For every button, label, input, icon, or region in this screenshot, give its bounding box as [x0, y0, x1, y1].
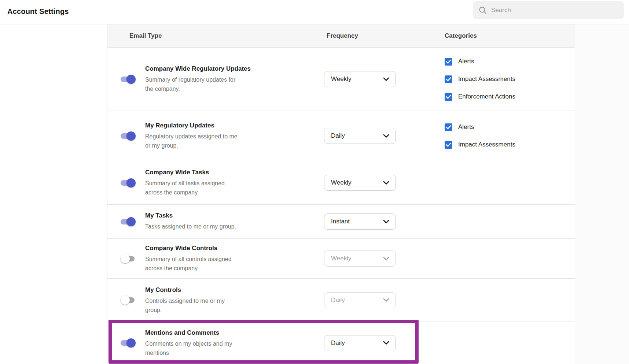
table-row: Company Wide Controls Summary of all con… [107, 239, 575, 279]
category-label: Alerts [458, 58, 474, 65]
frequency-dropdown[interactable]: Weekly [324, 71, 396, 87]
email-type-description: Summary of all controls assigned across … [145, 255, 241, 273]
category-item: Impact Assessments [445, 74, 515, 84]
email-type-cell: Company Wide Controls Summary of all con… [145, 245, 255, 273]
category-label: Enforcement Actions [458, 93, 515, 100]
table-row: Company Wide Tasks Summary of all tasks … [107, 161, 575, 205]
frequency-dropdown: Daily [324, 292, 396, 308]
email-settings-rows: Company Wide Regulatory Updates Summary … [107, 48, 575, 364]
toggle-thumb-icon [126, 75, 136, 84]
table-row: My Regulatory Updates Regulatory updates… [107, 111, 575, 161]
email-settings-table: Email Type Frequency Categories Company … [107, 24, 575, 364]
email-type-title: Mentions and Comments [145, 329, 255, 336]
toggle-thumb-icon [126, 217, 136, 226]
table-row: Mentions and Comments Comments on my obj… [107, 322, 575, 364]
category-checkbox-checked-icon[interactable] [445, 141, 452, 149]
category-item: Alerts [445, 56, 515, 67]
search-box[interactable] [473, 1, 624, 19]
toggle-thumb-icon [126, 338, 136, 348]
column-header-email-type: Email Type [129, 32, 162, 40]
email-toggle[interactable] [121, 178, 136, 187]
toggle-thumb-icon [126, 131, 136, 141]
email-type-cell: Mentions and Comments Comments on my obj… [145, 329, 255, 357]
email-type-description: Regulatory updates assigned to me or my … [145, 132, 241, 150]
chevron-down-icon [383, 220, 389, 224]
categories-list: Alerts Impact Assessments Enforcement Ac… [445, 56, 515, 102]
page-title: Account Settings [7, 7, 69, 15]
frequency-dropdown: Weekly [324, 250, 396, 267]
category-label: Alerts [458, 123, 474, 131]
frequency-dropdown[interactable]: Daily [324, 128, 396, 144]
category-checkbox-checked-icon[interactable] [445, 75, 452, 83]
category-item: Alerts [445, 122, 515, 132]
frequency-selected-value: Weekly [331, 75, 351, 83]
frequency-selected-value: Daily [331, 339, 345, 347]
email-type-description: Comments on my objects and my mentions [145, 339, 241, 357]
app-bar: Account Settings [0, 0, 629, 24]
email-type-description: Controls assigned to me or my group. [145, 296, 241, 314]
content-right-background [575, 24, 629, 364]
category-item: Enforcement Actions [445, 92, 515, 102]
email-type-cell: My Regulatory Updates Regulatory updates… [145, 122, 255, 150]
toggle-thumb-icon [121, 254, 130, 263]
column-header-frequency: Frequency [327, 32, 358, 40]
email-toggle[interactable] [121, 74, 136, 84]
chevron-down-icon [383, 77, 389, 81]
chevron-down-icon [383, 341, 389, 345]
category-checkbox-checked-icon[interactable] [445, 93, 452, 101]
frequency-dropdown[interactable]: Weekly [324, 175, 396, 191]
email-toggle[interactable] [121, 338, 136, 348]
toggle-thumb-icon [126, 178, 136, 187]
toggle-thumb-icon [121, 296, 130, 305]
email-toggle[interactable] [121, 254, 136, 263]
frequency-selected-value: Daily [331, 297, 345, 304]
frequency-selected-value: Daily [331, 132, 345, 140]
category-label: Impact Assessments [458, 75, 515, 83]
search-input[interactable] [491, 7, 618, 14]
email-type-description: Summary of regulatory updates for the co… [145, 75, 241, 93]
email-type-cell: Company Wide Regulatory Updates Summary … [145, 65, 255, 93]
email-toggle[interactable] [121, 131, 136, 141]
email-toggle[interactable] [121, 296, 136, 305]
email-type-cell: Company Wide Tasks Summary of all tasks … [145, 169, 255, 197]
email-type-description: Tasks assigned to me or my group. [145, 222, 241, 231]
category-item: Impact Assessments [445, 140, 515, 150]
table-row: My Controls Controls assigned to me or m… [107, 279, 575, 322]
chevron-down-icon [383, 298, 389, 302]
frequency-dropdown[interactable]: Daily [324, 335, 396, 351]
category-checkbox-checked-icon[interactable] [445, 123, 452, 131]
email-type-title: Company Wide Tasks [145, 169, 255, 176]
email-type-title: My Controls [145, 286, 255, 293]
table-row: My Tasks Tasks assigned to me or my grou… [107, 205, 575, 239]
chevron-down-icon [383, 134, 389, 138]
frequency-selected-value: Instant [331, 218, 350, 225]
email-toggle[interactable] [121, 217, 136, 226]
email-type-title: My Tasks [145, 212, 255, 219]
email-type-description: Summary of all tasks assigned across the… [145, 179, 241, 197]
email-type-title: My Regulatory Updates [145, 122, 255, 129]
email-type-cell: My Tasks Tasks assigned to me or my grou… [145, 212, 255, 231]
email-type-cell: My Controls Controls assigned to me or m… [145, 286, 255, 314]
categories-list: Alerts Impact Assessments [445, 122, 515, 150]
frequency-selected-value: Weekly [331, 255, 351, 262]
table-header-row: Email Type Frequency Categories [107, 24, 575, 48]
chevron-down-icon [383, 257, 389, 261]
search-icon [479, 6, 487, 14]
column-header-categories: Categories [445, 32, 477, 40]
email-type-title: Company Wide Regulatory Updates [145, 65, 255, 73]
frequency-dropdown[interactable]: Instant [324, 213, 396, 230]
category-checkbox-checked-icon[interactable] [445, 58, 452, 66]
category-label: Impact Assessments [458, 141, 515, 148]
email-type-title: Company Wide Controls [145, 245, 255, 252]
frequency-selected-value: Weekly [331, 179, 351, 186]
table-row: Company Wide Regulatory Updates Summary … [107, 48, 575, 111]
chevron-down-icon [383, 181, 389, 185]
